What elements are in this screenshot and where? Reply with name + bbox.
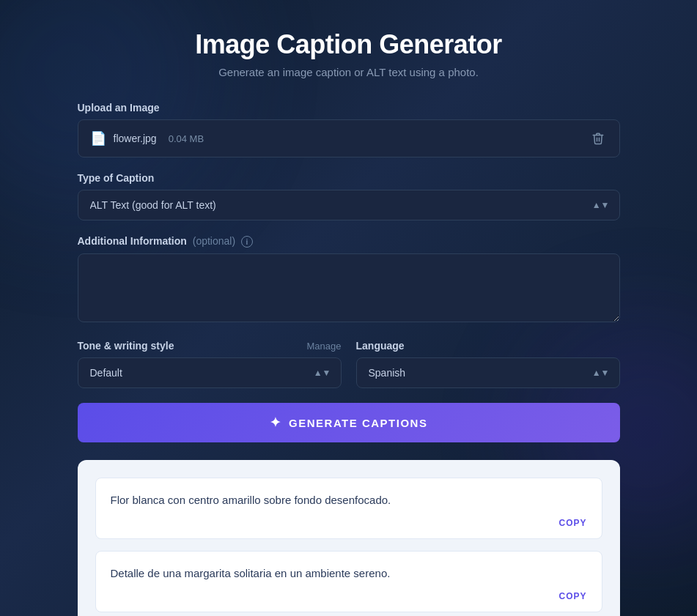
additional-info-label-text: Additional Information	[78, 235, 187, 247]
optional-label: (optional)	[193, 235, 235, 247]
caption-type-label: Type of Caption	[78, 172, 620, 184]
page-title: Image Caption Generator	[78, 29, 620, 60]
page-header: Image Caption Generator Generate an imag…	[78, 29, 620, 78]
generate-button-label: GENERATE CAPTIONS	[289, 417, 427, 429]
caption-type-section: Type of Caption Caption ALT Text (good f…	[78, 172, 620, 220]
tone-select[interactable]: Default Formal Casual Creative Professio…	[78, 357, 342, 388]
tone-select-wrapper: Default Formal Casual Creative Professio…	[78, 357, 342, 388]
info-icon[interactable]: i	[241, 236, 253, 248]
generate-button[interactable]: ✦ GENERATE CAPTIONS	[78, 403, 620, 442]
additional-info-textarea[interactable]	[78, 253, 620, 322]
additional-info-section: Additional Information (optional) i	[78, 235, 620, 325]
language-label: Language	[356, 340, 620, 352]
file-info: 📄 flower.jpg 0.04 MB	[90, 130, 204, 146]
upload-label: Upload an Image	[78, 102, 620, 114]
page-subtitle: Generate an image caption or ALT text us…	[78, 66, 620, 78]
file-name: flower.jpg	[114, 133, 157, 144]
trash-icon	[591, 132, 605, 145]
upload-section: Upload an Image 📄 flower.jpg 0.04 MB	[78, 102, 620, 157]
manage-link[interactable]: Manage	[307, 341, 342, 352]
copy-button-1[interactable]: COPY	[111, 518, 587, 528]
tone-header: Tone & writing style Manage	[78, 340, 342, 352]
caption-card-2: Detalle de una margarita solitaria en un…	[95, 551, 602, 612]
tone-language-row: Tone & writing style Manage Default Form…	[78, 340, 620, 388]
tone-label: Tone & writing style	[78, 340, 174, 352]
file-icon: 📄	[90, 130, 106, 146]
tone-section: Tone & writing style Manage Default Form…	[78, 340, 342, 388]
file-size: 0.04 MB	[169, 133, 204, 144]
caption-type-select[interactable]: Caption ALT Text (good for ALT text) Sho…	[78, 190, 620, 220]
caption-type-wrapper: Caption ALT Text (good for ALT text) Sho…	[78, 190, 620, 220]
caption-card-1: Flor blanca con centro amarillo sobre fo…	[95, 478, 602, 539]
file-delete-button[interactable]	[589, 129, 608, 148]
copy-button-2[interactable]: COPY	[111, 591, 587, 601]
caption-text-2: Detalle de una margarita solitaria en un…	[111, 565, 587, 582]
additional-info-label: Additional Information (optional) i	[78, 235, 620, 248]
sparkle-icon: ✦	[270, 415, 282, 431]
language-select[interactable]: Spanish English French German Italian Po…	[356, 357, 620, 388]
caption-text-1: Flor blanca con centro amarillo sobre fo…	[111, 491, 587, 509]
file-upload-box[interactable]: 📄 flower.jpg 0.04 MB	[78, 119, 620, 157]
language-section: Language Spanish English French German I…	[356, 340, 620, 388]
language-select-wrapper: Spanish English French German Italian Po…	[356, 357, 620, 388]
results-container: Flor blanca con centro amarillo sobre fo…	[78, 460, 620, 616]
